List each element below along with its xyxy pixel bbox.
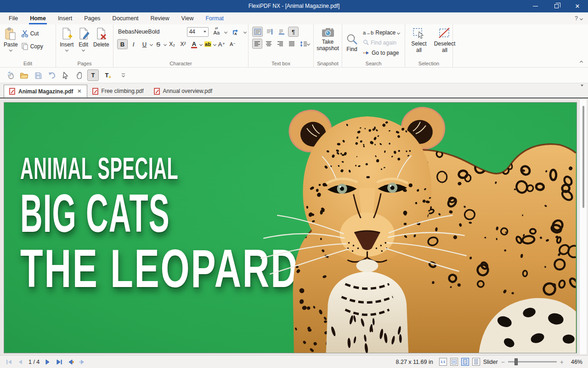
align-right-button[interactable] xyxy=(275,39,285,49)
last-page-button[interactable] xyxy=(55,358,63,366)
strikethrough-button[interactable]: S xyxy=(153,39,164,49)
undo-icon xyxy=(48,72,56,79)
fit-width-button[interactable] xyxy=(450,358,458,366)
first-page-button[interactable] xyxy=(5,358,13,366)
title-bar: FlexiPDF NX - [Animal Magazine.pdf] ✕ xyxy=(0,0,588,12)
undo-button[interactable] xyxy=(46,69,57,81)
text-tool-button[interactable]: T xyxy=(87,69,99,81)
menu-item-file[interactable]: File xyxy=(3,12,24,24)
actual-size-button[interactable]: 1:1 xyxy=(439,358,447,366)
goto-arrow-icon xyxy=(363,51,370,55)
insert-page-button[interactable]: Insert xyxy=(58,27,75,59)
tab-annual-overview[interactable]: Annual overview.pdf xyxy=(149,85,217,98)
menu-item-insert[interactable]: Insert xyxy=(52,12,78,24)
menu-item-document[interactable]: Document xyxy=(107,12,145,24)
zoom-in-button[interactable]: + xyxy=(560,358,564,366)
align-center-button[interactable] xyxy=(264,39,274,49)
flexipdf-window: FlexiPDF NX - [Animal Magazine.pdf] ✕ Fi… xyxy=(0,0,588,368)
tab-list-dropdown[interactable] xyxy=(581,86,583,93)
subscript-button[interactable]: X₂ xyxy=(167,39,177,49)
italic-button[interactable]: I xyxy=(128,39,139,49)
deselect-all-button[interactable]: Deselect all xyxy=(431,27,458,59)
menu-item-pages[interactable]: Pages xyxy=(78,12,106,24)
chevron-down-icon xyxy=(150,43,153,46)
scrollbar-thumb[interactable] xyxy=(582,106,584,208)
minimize-button[interactable] xyxy=(525,0,546,12)
shrink-font-button[interactable]: A⁻ xyxy=(227,39,238,49)
shrink-text-button[interactable] xyxy=(276,27,287,37)
font-size-combo[interactable]: 44 xyxy=(187,27,209,37)
menu-item-home[interactable]: Home xyxy=(24,12,52,24)
menu-item-format[interactable]: Format xyxy=(199,12,230,24)
copy-button[interactable]: Copy xyxy=(20,41,45,52)
delete-page-button[interactable]: Delete xyxy=(91,27,111,59)
fit-text-button[interactable] xyxy=(252,27,263,37)
vertical-scrollbar[interactable] xyxy=(579,99,587,354)
paste-button[interactable]: Paste xyxy=(2,27,20,59)
open-file-button[interactable] xyxy=(18,69,30,81)
zoom-slider[interactable] xyxy=(508,361,557,362)
close-button[interactable]: ✕ xyxy=(567,0,588,12)
help-button[interactable]: ? xyxy=(575,12,582,24)
toolbar-overflow-button[interactable] xyxy=(118,69,129,81)
search-icon xyxy=(346,34,358,46)
overflow-text-icon xyxy=(266,29,273,35)
line-spacing-button[interactable] xyxy=(298,39,311,49)
restore-button[interactable] xyxy=(546,0,567,12)
edit-page-button[interactable]: Edit xyxy=(76,27,91,59)
zoom-slider-handle[interactable] xyxy=(514,358,518,365)
menu-item-review[interactable]: Review xyxy=(145,12,175,24)
text-direction-button[interactable]: A xyxy=(231,27,240,37)
menu-item-view[interactable]: View xyxy=(175,12,200,24)
next-view-button[interactable] xyxy=(78,358,86,366)
touch-mode-button[interactable] xyxy=(5,69,16,81)
svg-text:A: A xyxy=(234,32,237,35)
grow-font-button[interactable]: A⁺ xyxy=(216,39,227,49)
select-all-button[interactable]: Select all xyxy=(407,27,431,59)
cursor-icon xyxy=(62,72,69,79)
leopard-image[interactable] xyxy=(4,103,577,353)
ribbon-empty-space xyxy=(453,24,588,67)
highlight-button[interactable]: ab xyxy=(203,39,213,49)
find-again-button[interactable]: Find again xyxy=(362,38,401,47)
add-text-button[interactable]: T + xyxy=(101,69,113,81)
first-page-icon xyxy=(6,359,12,365)
next-page-button[interactable] xyxy=(44,358,52,366)
previous-page-button[interactable] xyxy=(16,358,24,366)
justify-button[interactable] xyxy=(287,39,297,49)
overflow-text-button[interactable] xyxy=(264,27,275,37)
cut-button[interactable]: Cut xyxy=(20,29,45,39)
tab-animal-magazine[interactable]: Animal Magazine.pdf ✕ xyxy=(4,85,87,98)
overflow-icon xyxy=(121,73,125,77)
align-left-icon xyxy=(254,41,260,46)
pan-tool-button[interactable] xyxy=(74,69,85,81)
superscript-button[interactable]: X² xyxy=(178,39,188,49)
fit-page-button[interactable] xyxy=(461,358,469,366)
page-size-label: 8.27 x 11.69 in xyxy=(396,359,433,365)
zoom-out-button[interactable]: − xyxy=(501,358,505,366)
font-color-button[interactable]: A xyxy=(189,39,199,49)
take-snapshot-button[interactable]: Take snapshot xyxy=(313,27,343,59)
chevron-down-icon xyxy=(307,42,310,46)
bold-button[interactable]: B xyxy=(117,39,128,49)
chevron-down-icon xyxy=(243,30,247,34)
replace-button[interactable]: a→b Replace xyxy=(362,28,401,37)
close-tab-icon[interactable]: ✕ xyxy=(77,88,81,94)
goto-page-button[interactable]: Go to page xyxy=(362,48,401,57)
previous-view-button[interactable] xyxy=(67,358,75,366)
font-name-field[interactable]: BebasNeueBold xyxy=(118,29,183,35)
change-case-button[interactable]: ⇄ Aa xyxy=(212,27,221,37)
paragraph-marks-button[interactable]: ¶ xyxy=(288,27,299,37)
replace-icon: a→b xyxy=(363,30,373,35)
save-icon xyxy=(34,72,42,79)
find-button[interactable]: Find xyxy=(344,27,360,59)
underline-button[interactable]: U xyxy=(139,39,150,49)
select-tool-button[interactable] xyxy=(60,69,71,81)
fit-visible-button[interactable] xyxy=(472,358,480,366)
cut-icon xyxy=(21,30,28,37)
save-button[interactable] xyxy=(32,69,44,81)
pdf-page[interactable]: ANIMAL SPECIAL BIG CATS THE LEOPARD xyxy=(4,102,577,353)
align-left-button[interactable] xyxy=(252,39,262,49)
window-controls: ✕ xyxy=(525,0,588,12)
tab-free-climbing[interactable]: Free climbing.pdf xyxy=(87,85,149,98)
